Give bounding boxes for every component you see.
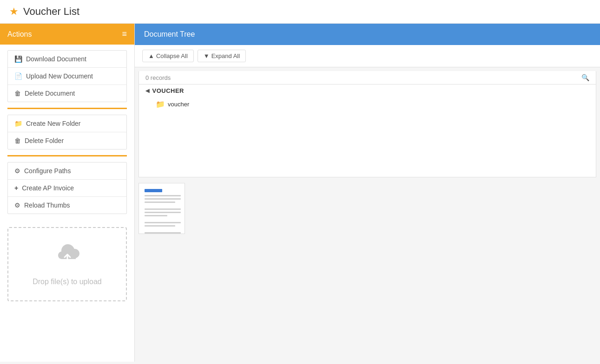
create-new-folder-label: Create New Folder xyxy=(26,120,81,127)
create-ap-invoice-label: Create AP Invoice xyxy=(22,184,74,192)
collapse-all-button[interactable]: ▲ Collapse All xyxy=(142,50,194,62)
collapse-all-label: Collapse All xyxy=(156,52,188,59)
upload-new-document-label: Upload New Document xyxy=(26,72,93,80)
divider-1 xyxy=(7,108,127,109)
tree-node-voucher-child[interactable]: 📁 voucher xyxy=(139,97,596,111)
folder-create-icon: 📁 xyxy=(14,120,22,127)
other-actions-group: ⚙ Configure Paths + Create AP Invoice ⚙ … xyxy=(7,162,127,214)
thumbnail-area xyxy=(135,177,600,240)
download-document-label: Download Document xyxy=(26,55,86,63)
tree-toolbar: ▲ Collapse All ▼ Expand All xyxy=(135,45,600,67)
sidebar: Actions ≡ 💾 Download Document 📄 Upload N… xyxy=(0,24,135,362)
drop-zone-text: Drop file(s) to upload xyxy=(33,278,102,286)
page-title: Voucher List xyxy=(23,6,79,18)
drop-zone[interactable]: Drop file(s) to upload xyxy=(7,227,127,301)
reload-thumbs-label: Reload Thumbs xyxy=(24,202,70,209)
menu-icon[interactable]: ≡ xyxy=(122,29,127,39)
actions-header: Actions ≡ xyxy=(0,24,134,45)
main-layout: Actions ≡ 💾 Download Document 📄 Upload N… xyxy=(0,24,600,362)
create-ap-invoice-button[interactable]: + Create AP Invoice xyxy=(8,180,126,197)
tree-container: ◀ VOUCHER 📁 voucher xyxy=(138,84,596,177)
reload-thumbs-button[interactable]: ⚙ Reload Thumbs xyxy=(8,197,126,214)
expand-arrow-icon: ▼ xyxy=(204,52,210,59)
delete-doc-icon: 🗑 xyxy=(14,90,21,97)
configure-paths-label: Configure Paths xyxy=(24,167,71,175)
tree-node-voucher-root[interactable]: ◀ VOUCHER xyxy=(139,84,596,97)
download-document-button[interactable]: 💾 Download Document xyxy=(8,51,126,68)
configure-paths-button[interactable]: ⚙ Configure Paths xyxy=(8,162,126,180)
upload-icon: 📄 xyxy=(14,72,22,80)
star-icon: ★ xyxy=(9,6,19,18)
folder-actions-group: 📁 Create New Folder 🗑 Delete Folder xyxy=(7,115,127,150)
thumbnail-inner xyxy=(141,185,183,232)
document-actions-group: 💾 Download Document 📄 Upload New Documen… xyxy=(7,50,127,102)
document-tree-header: Document Tree xyxy=(135,24,600,45)
reload-thumbs-icon: ⚙ xyxy=(14,202,20,209)
upload-cloud-icon xyxy=(53,242,82,272)
expand-all-label: Expand All xyxy=(211,52,240,59)
records-bar: 0 records 🔍 xyxy=(138,71,596,84)
tree-root-label: VOUCHER xyxy=(152,87,185,94)
delete-document-label: Delete Document xyxy=(25,90,75,97)
collapse-arrow-icon: ▲ xyxy=(148,52,154,59)
folder-icon: 📁 xyxy=(156,100,165,109)
delete-folder-button[interactable]: 🗑 Delete Folder xyxy=(8,132,126,149)
configure-paths-icon: ⚙ xyxy=(14,167,20,175)
delete-folder-icon: 🗑 xyxy=(14,137,21,144)
page-header: ★ Voucher List xyxy=(0,0,600,24)
delete-folder-label: Delete Folder xyxy=(25,137,64,144)
expand-all-button[interactable]: ▼ Expand All xyxy=(198,50,246,62)
actions-label: Actions xyxy=(7,30,32,39)
main-content: Document Tree ▲ Collapse All ▼ Expand Al… xyxy=(135,24,600,362)
delete-document-button[interactable]: 🗑 Delete Document xyxy=(8,85,126,102)
document-tree-label: Document Tree xyxy=(144,30,195,38)
divider-2 xyxy=(7,155,127,156)
upload-new-document-button[interactable]: 📄 Upload New Document xyxy=(8,68,126,85)
collapse-arrow-icon: ◀ xyxy=(145,88,150,94)
create-ap-invoice-icon: + xyxy=(14,184,18,192)
records-count: 0 records xyxy=(145,74,171,81)
document-thumbnail[interactable] xyxy=(138,183,185,234)
tree-child-label: voucher xyxy=(168,101,189,108)
create-new-folder-button[interactable]: 📁 Create New Folder xyxy=(8,115,126,132)
download-icon: 💾 xyxy=(14,55,22,63)
search-icon[interactable]: 🔍 xyxy=(581,74,589,81)
